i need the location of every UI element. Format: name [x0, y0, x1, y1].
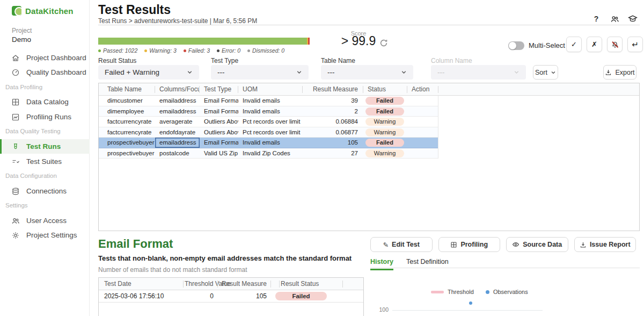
sidebar-item-project-settings[interactable]: Project Settings [0, 228, 90, 242]
sidebar-section-data-quality-testing: Data Quality Testing [5, 124, 90, 139]
cell-columns-focus: postalcode [155, 148, 200, 159]
chevron-down-icon [401, 69, 407, 75]
cell-status: Warning [363, 117, 407, 127]
col-empty [438, 83, 639, 95]
tab-history[interactable]: History [370, 258, 393, 270]
table-row[interactable]: factcurrencyrate averagerate Outliers Ab… [99, 117, 438, 127]
x-icon: ✗ [591, 40, 597, 48]
col-threshold-value: Threshold Value [179, 278, 214, 290]
failed-dot-icon [184, 49, 186, 52]
col-result-measure[interactable]: Result Measure [303, 83, 363, 95]
edit-test-button[interactable]: ✎ Edit Test [370, 237, 433, 252]
graduation-cap-icon[interactable] [628, 14, 638, 24]
cell-uom: Invalid emails [238, 138, 303, 148]
result-status-select[interactable]: Failed + Warning [98, 65, 199, 80]
cell-test-date: 2025-03-06 17:56:10 [99, 290, 179, 302]
sidebar-item-profiling-runs[interactable]: Profiling Runs [0, 110, 90, 124]
users-icon[interactable] [610, 14, 619, 24]
sort-label: Sort [535, 69, 547, 76]
table-row[interactable]: factcurrencyrate endofdayrate Outliers A… [99, 127, 438, 138]
bulk-action-buttons: ✓ ✗ ↵ [566, 37, 643, 52]
col-action[interactable]: Action [407, 83, 438, 95]
home-icon [11, 54, 20, 62]
cell-table-name: factcurrencyrate [99, 127, 155, 138]
refresh-icon[interactable] [379, 38, 389, 48]
detail-tabs: History Test Definition [370, 258, 449, 270]
col-columns-focus[interactable]: Columns/Focus [155, 83, 200, 95]
sidebar-item-project-dashboard[interactable]: Project Dashboard [0, 51, 90, 65]
cell-threshold-value: 0 [179, 290, 214, 302]
download-icon [605, 69, 612, 76]
sort-button[interactable]: Sort [533, 65, 558, 80]
mute-notifications-button[interactable] [607, 37, 623, 52]
cell-result-measure: 27 [303, 148, 363, 159]
sidebar-item-user-access[interactable]: User Access [0, 213, 90, 228]
table-row[interactable]: dimemployee emailaddress Email Format In… [99, 106, 438, 117]
chevron-down-icon [551, 70, 556, 75]
col-table-name[interactable]: Table Name [99, 83, 155, 95]
table-row[interactable]: prospectivebuyer postalcode Valid US Zip… [99, 148, 438, 159]
profiling-button[interactable]: Profiling [438, 237, 501, 252]
test-results-table: Table Name Columns/Focus Test Type UOM R… [98, 83, 640, 231]
export-button[interactable]: Export [603, 65, 636, 80]
sidebar-item-label: Connections [26, 187, 67, 195]
column-name-select: --- [431, 65, 526, 80]
sidebar-item-label: User Access [26, 217, 67, 225]
breadcrumb[interactable]: Test Runs > adventureworks-test-suite | … [98, 17, 257, 25]
database-icon [11, 187, 20, 196]
table-row[interactable]: dimcustomer emailaddress Email Format In… [99, 96, 438, 106]
cell-result-measure: 0.06884 [303, 117, 363, 127]
cell-table-name: prospectivebuyer [99, 148, 155, 159]
col-status[interactable]: Status [363, 83, 407, 95]
warning-dot-icon [144, 49, 147, 52]
detail-action-buttons: ✎ Edit Test Profiling Source Data Issue … [370, 237, 636, 252]
rerun-button[interactable]: ↵ [627, 37, 643, 52]
chevron-down-icon [296, 69, 302, 75]
test-tube-icon [11, 142, 20, 151]
test-type-select[interactable]: --- [211, 65, 309, 80]
legend-threshold[interactable]: Threshold [431, 289, 474, 295]
cell-columns-focus: emailaddress [155, 96, 200, 106]
table-name-select[interactable]: --- [321, 65, 413, 80]
sidebar-item-quality-dashboard[interactable]: Quality Dashboard [0, 65, 90, 80]
help-icon[interactable]: ? [591, 14, 601, 24]
cell-action [407, 106, 438, 117]
source-data-button[interactable]: Source Data [506, 237, 568, 252]
chevron-down-icon [187, 69, 193, 75]
sidebar-item-label: Project Settings [26, 231, 77, 239]
cell-columns-focus: emailaddress [155, 138, 200, 148]
tab-test-definition[interactable]: Test Definition [406, 258, 449, 270]
cell-uom: Pct records over limit [238, 117, 303, 127]
filter-label-result-status: Result Status [98, 57, 136, 64]
project-name[interactable]: Demo [12, 35, 31, 44]
table-row[interactable]: prospectivebuyer emailaddress Email Form… [99, 138, 438, 148]
history-row[interactable]: 2025-03-06 17:56:10 0 105 Failed [99, 290, 363, 303]
reject-button[interactable]: ✗ [587, 37, 602, 52]
filter-label-column-name: Column Name [431, 57, 472, 64]
sidebar-item-connections[interactable]: Connections [0, 184, 90, 198]
cell-test-type: Outliers Above [200, 117, 238, 127]
sidebar-item-test-runs[interactable]: Test Runs [0, 139, 90, 154]
sidebar-section-data-profiling: Data Profiling [5, 80, 90, 95]
col-test-type[interactable]: Test Type [200, 83, 238, 95]
legend-observations[interactable]: Observations [486, 289, 528, 295]
multi-select-toggle[interactable] [508, 41, 524, 50]
accept-button[interactable]: ✓ [566, 37, 582, 52]
chart-gridline [392, 310, 543, 311]
cell-test-type: Outliers Above [200, 127, 238, 138]
sidebar-item-data-catalog[interactable]: Data Catalog [0, 95, 90, 109]
brand-logo[interactable]: DataKitchen [12, 6, 74, 16]
cell-result-measure: 105 [303, 138, 363, 148]
sidebar-item-test-suites[interactable]: Test Suites [0, 154, 90, 169]
col-uom[interactable]: UOM [238, 83, 303, 95]
issue-report-button[interactable]: Issue Report [574, 237, 636, 252]
filter-label-test-type: Test Type [211, 57, 238, 64]
check-icon: ✓ [571, 40, 577, 48]
result-stats: Passed: 1022 Warning: 3 Failed: 3 Error:… [98, 47, 284, 54]
status-badge: Failed [365, 139, 404, 147]
status-badge: Failed [275, 292, 327, 300]
status-badge: Warning [365, 128, 404, 137]
cell-uom: Invalid Zip Codes [238, 148, 303, 159]
sidebar: DataKitchen Project Demo Project Dashboa… [0, 0, 90, 316]
column-name-value: --- [437, 68, 445, 76]
